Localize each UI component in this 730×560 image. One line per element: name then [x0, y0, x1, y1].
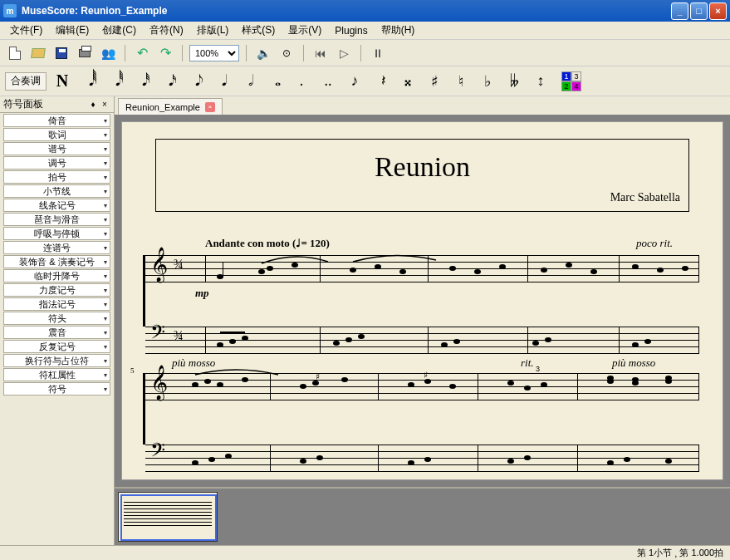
palette-panel: 符号面板 ♦ × 倚音 歌词 谱号 调号 拍号 小节线 线条记号 琶音与滑音 呼…: [0, 96, 115, 545]
natural-button[interactable]: ♮: [450, 70, 472, 93]
note-duration-64th[interactable]: 𝅘𝅥𝅲: [78, 70, 100, 93]
palette-ornaments[interactable]: 装饰音 & 演奏记号: [3, 255, 110, 268]
palette-float-button[interactable]: ♦: [87, 99, 99, 111]
svg-point-23: [358, 334, 365, 339]
menu-style[interactable]: 样式(S): [235, 22, 282, 39]
note-duration-quarter[interactable]: 𝅘𝅥𝅮: [184, 70, 206, 93]
note-duration-whole[interactable]: 𝅝: [264, 70, 286, 93]
double-flat-button[interactable]: 𝄫: [503, 70, 525, 93]
score-composer[interactable]: Marc Sabatella: [164, 191, 680, 204]
palette-key-sig[interactable]: 调号: [3, 156, 110, 169]
palette-breaks[interactable]: 换行符与占位符: [3, 354, 110, 367]
note-input-mode-button[interactable]: N: [51, 70, 73, 93]
menu-file[interactable]: 文件(F): [3, 22, 49, 39]
time-signature[interactable]: ¾: [174, 257, 184, 272]
score-title-frame[interactable]: Reunion Marc Sabatella: [155, 139, 689, 212]
tab-close-button[interactable]: ×: [205, 102, 215, 112]
svg-point-59: [507, 459, 514, 464]
palette-tremolo[interactable]: 震音: [3, 326, 110, 339]
navigator-viewport[interactable]: [120, 494, 217, 541]
note-duration-32nd[interactable]: 𝅘𝅥𝅱: [105, 70, 126, 93]
palette-breaths[interactable]: 呼吸与停顿: [3, 227, 110, 240]
palette-accidentals[interactable]: 临时升降号: [3, 269, 110, 282]
rewind-button[interactable]: ⏮: [311, 43, 331, 63]
time-signature-bass[interactable]: ¾: [174, 328, 184, 343]
redo-button[interactable]: ↷: [155, 43, 175, 63]
palette-dynamics[interactable]: 力度记号: [3, 283, 110, 297]
loop-button[interactable]: ⏸: [368, 43, 388, 63]
note-duration-dotted-half[interactable]: 𝅗𝅥: [238, 70, 259, 93]
voice-2-button[interactable]: 2: [561, 81, 571, 91]
dynamic-mp[interactable]: mp: [195, 287, 209, 300]
menu-plugins[interactable]: Plugins: [328, 23, 374, 38]
score-title[interactable]: Reunion: [164, 151, 680, 183]
palette-arpeggios[interactable]: 琶音与滑音: [3, 213, 110, 226]
undo-button[interactable]: ↶: [132, 43, 152, 63]
augmentation-dot[interactable]: .: [291, 70, 312, 93]
inspector-button[interactable]: 👥: [98, 43, 118, 63]
menu-notes[interactable]: 音符(N): [143, 22, 190, 39]
voice-3-button[interactable]: 3: [571, 71, 581, 81]
score-tab-active[interactable]: Reunion_Example ×: [118, 98, 223, 115]
svg-point-19: [242, 336, 248, 341]
palette-lyrics[interactable]: 歌词: [3, 128, 110, 141]
palette-lines[interactable]: 线条记号: [3, 199, 110, 212]
voice-4-button[interactable]: 4: [571, 81, 581, 91]
palette-close-button[interactable]: ×: [99, 99, 110, 111]
menu-create[interactable]: 创建(C): [96, 22, 143, 39]
svg-point-53: [208, 457, 215, 462]
open-file-button[interactable]: [28, 43, 48, 63]
speaker-button[interactable]: 🔈: [253, 43, 273, 63]
window-maximize-button[interactable]: □: [690, 2, 708, 20]
play-button[interactable]: ▷: [334, 43, 354, 63]
palette-barlines[interactable]: 小节线: [3, 184, 110, 198]
palette-title: 符号面板: [3, 97, 87, 111]
palette-time-sig[interactable]: 拍号: [3, 170, 110, 184]
zoom-select[interactable]: 100%: [189, 45, 239, 61]
save-button[interactable]: [51, 43, 71, 63]
sharp-button[interactable]: ♯: [424, 70, 445, 93]
note-duration-16th[interactable]: 𝅘𝅥𝅰: [131, 70, 153, 93]
flip-direction-button[interactable]: ↕: [530, 70, 551, 93]
palette-brackets[interactable]: 连谱号: [3, 241, 110, 254]
palette-repeats[interactable]: 反复记号: [3, 340, 110, 353]
treble-clef-icon: 𝄞: [150, 247, 168, 282]
grand-staff-system-1[interactable]: 𝄞 ¾ mp 𝄢 ¾: [145, 255, 699, 330]
app-icon: m: [3, 4, 17, 17]
menu-help[interactable]: 帮助(H): [375, 22, 422, 39]
menu-edit[interactable]: 编辑(E): [49, 22, 96, 39]
tie-button[interactable]: ♪: [344, 70, 365, 93]
svg-point-7: [399, 269, 406, 274]
menu-display[interactable]: 显示(V): [282, 22, 328, 39]
menu-layout[interactable]: 排版(L): [190, 22, 236, 39]
window-minimize-button[interactable]: _: [671, 2, 688, 20]
svg-point-16: [682, 266, 688, 271]
rest-button[interactable]: 𝄽: [370, 70, 392, 93]
double-sharp-button[interactable]: 𝄪: [397, 70, 419, 93]
svg-point-43: [524, 386, 531, 391]
score-page[interactable]: Reunion Marc Sabatella Andante con moto …: [121, 121, 723, 480]
new-file-button[interactable]: [5, 43, 25, 63]
double-dot[interactable]: ..: [317, 70, 339, 93]
midi-button[interactable]: ⊙: [277, 43, 296, 63]
palette-fingering[interactable]: 指法记号: [3, 297, 110, 311]
concert-pitch-button[interactable]: 合奏调: [5, 72, 47, 91]
flat-button[interactable]: ♭: [477, 70, 498, 93]
print-button[interactable]: [75, 43, 95, 63]
svg-point-52: [192, 460, 198, 465]
palette-clefs[interactable]: 谱号: [3, 142, 110, 155]
palette-beam-props[interactable]: 符杠属性: [3, 368, 110, 381]
palette-symbols[interactable]: 符号: [3, 382, 110, 395]
grand-staff-system-2[interactable]: 5 𝄞 ♯♯3 𝄢: [145, 373, 699, 448]
window-close-button[interactable]: ×: [709, 2, 727, 20]
note-duration-half[interactable]: 𝅘𝅥: [211, 70, 233, 93]
voice-1-button[interactable]: 1: [561, 71, 571, 81]
svg-point-32: [217, 382, 223, 387]
palette-noteheads[interactable]: 符头: [3, 312, 110, 325]
note-duration-8th[interactable]: 𝅘𝅥𝅯: [158, 70, 179, 93]
toolbar-separator: [125, 45, 125, 61]
palette-grace-notes[interactable]: 倚音: [3, 114, 110, 127]
svg-point-11: [541, 268, 547, 273]
navigator-thumbnail[interactable]: [118, 492, 218, 542]
palette-list[interactable]: 倚音 歌词 谱号 调号 拍号 小节线 线条记号 琶音与滑音 呼吸与停顿 连谱号 …: [0, 113, 114, 545]
